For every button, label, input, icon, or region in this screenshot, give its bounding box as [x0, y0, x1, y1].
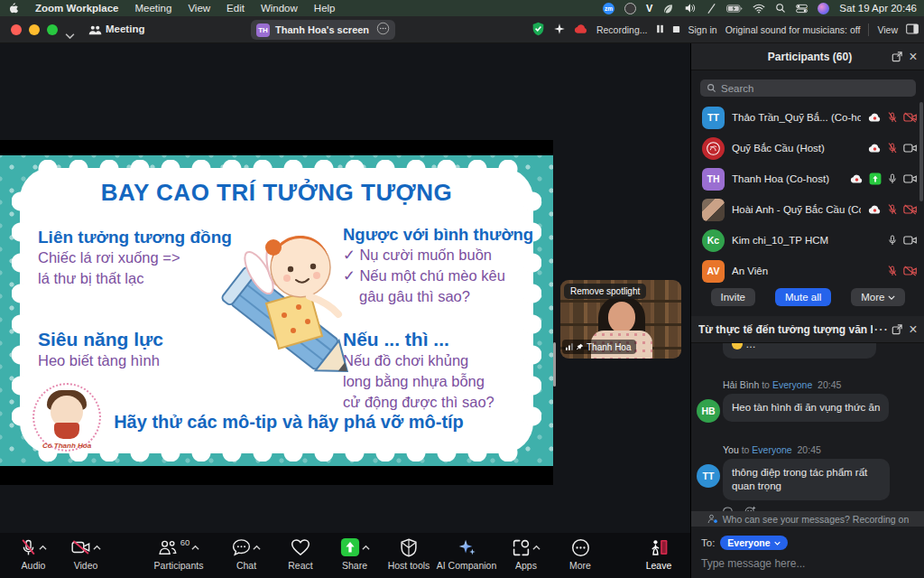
chat-avatar: HB	[697, 399, 720, 423]
chat-message-clipped: …	[723, 343, 876, 359]
chat-messages: … Hải Bình to Everyone 20:45 Heo tàn hìn…	[691, 343, 924, 511]
menu-item-window[interactable]: Window	[253, 3, 306, 14]
view-layout-icon[interactable]	[906, 23, 919, 36]
participant-row[interactable]: Quỹ Bắc Cầu (Host)	[691, 133, 924, 163]
siri-icon[interactable]	[818, 3, 829, 14]
apple-menu-icon[interactable]	[0, 1, 27, 15]
volume-icon[interactable]	[684, 3, 697, 14]
chat-message: Hải Bình to Everyone 20:45 Heo tàn hình …	[723, 379, 889, 422]
video-button[interactable]: Video	[54, 536, 117, 571]
mute-all-button[interactable]: Mute all	[775, 288, 831, 306]
mic-muted-icon	[887, 203, 898, 216]
chat-bubble-icon	[232, 538, 251, 556]
creative-cloud-icon[interactable]	[624, 3, 636, 14]
chat-popout-icon[interactable]	[889, 322, 905, 338]
battery-icon[interactable]	[726, 4, 743, 14]
spotlight-video-thumbnail[interactable]: Remove spotlight Thanh Hoa	[560, 280, 681, 359]
chevron-down-icon	[888, 295, 895, 300]
video-name-label: Thanh Hoa	[562, 340, 636, 354]
search-icon	[707, 83, 716, 93]
menu-item-meeting[interactable]: Meeting	[126, 3, 180, 14]
recipient-selector[interactable]: Everyone	[720, 536, 787, 550]
window-chevron-down-icon[interactable]	[65, 26, 75, 42]
menu-item-zoom-workplace[interactable]: Zoom Workplace	[27, 3, 126, 14]
stop-recording-icon[interactable]	[672, 24, 680, 35]
meeting-toolbar: Audio Video 60 Participants Chat	[0, 533, 690, 578]
chat-more-icon[interactable]: ⋯	[873, 322, 889, 338]
heart-icon	[291, 538, 310, 556]
message-more-icon[interactable]: ⋯	[765, 505, 777, 511]
popout-icon[interactable]	[889, 49, 905, 65]
side-panel: Participants (60) × Search TT Thảo Trần_…	[690, 43, 924, 578]
original-sound-toggle[interactable]: Original sound for musicians: off	[725, 24, 861, 35]
camera-off-icon	[903, 112, 918, 123]
zoom-window-button[interactable]	[47, 24, 58, 35]
ai-sparkle-icon[interactable]	[553, 23, 566, 37]
menu-item-edit[interactable]: Edit	[218, 3, 253, 14]
chat-options-chevron	[253, 544, 261, 552]
mic-muted-icon	[20, 538, 37, 557]
shared-screen-area: BAY CAO TRÍ TƯỞNG TƯỢNG Liên tưởng tương…	[0, 43, 690, 533]
close-participants-icon[interactable]: ×	[905, 49, 921, 65]
presentation-slide: BAY CAO TRÍ TƯỞNG TƯỢNG Liên tưởng tương…	[0, 155, 553, 466]
share-options-chevron	[362, 544, 370, 552]
ai-companion-button[interactable]: AI Companion	[435, 536, 498, 571]
minimize-window-button[interactable]	[29, 24, 40, 35]
tab-title: Thanh Hoa's screen	[275, 24, 371, 35]
sign-in-button[interactable]: Sign in	[688, 24, 717, 35]
recording-cloud-icon[interactable]	[574, 23, 588, 36]
pen-status-icon[interactable]	[707, 3, 716, 14]
host-tools-button[interactable]: Host tools	[377, 536, 440, 571]
mic-muted-icon	[887, 265, 898, 277]
participants-header: Participants (60) ×	[691, 43, 924, 70]
tab-more-icon[interactable]	[376, 22, 390, 39]
titlebar-divider	[868, 23, 869, 36]
invite-button[interactable]: Invite	[711, 288, 756, 306]
mic-on-icon	[887, 172, 898, 185]
participants-more-button[interactable]: More	[851, 288, 905, 306]
participant-row[interactable]: Kc Kim chi_10_TP HCM	[691, 225, 924, 256]
apps-options-chevron	[532, 544, 541, 552]
menu-item-view[interactable]: View	[180, 3, 218, 14]
emoji-icon	[732, 343, 743, 350]
active-tab[interactable]: TH Thanh Hoa's screen	[251, 20, 395, 40]
screen-sharing-icon	[869, 172, 882, 185]
menu-clock[interactable]: Sat 19 Apr 20:46	[839, 3, 917, 14]
participants-count: 60	[180, 537, 190, 547]
search-icon[interactable]	[775, 3, 786, 14]
message-input[interactable]: Type message here...	[701, 557, 805, 570]
leaf-app-icon[interactable]	[662, 3, 674, 14]
participant-row[interactable]: AV An Viên	[691, 256, 924, 286]
recording-cloud-icon	[868, 205, 882, 214]
security-shield-icon[interactable]	[531, 22, 545, 38]
pause-recording-icon[interactable]	[656, 24, 664, 35]
chat-close-icon[interactable]: ×	[905, 322, 921, 338]
avatar: AV	[702, 260, 725, 283]
participants-search-input[interactable]: Search	[700, 79, 916, 97]
menu-item-help[interactable]: Help	[306, 3, 344, 14]
spotlight-pin-icon	[577, 343, 584, 350]
close-window-button[interactable]	[11, 24, 22, 35]
view-button[interactable]: View	[877, 24, 898, 35]
privacy-person-icon	[707, 514, 718, 524]
participant-row[interactable]: Hoài Anh - Quỹ Bắc Cầu (Co-host)	[691, 194, 924, 225]
control-center-icon[interactable]	[796, 4, 808, 14]
wifi-icon[interactable]	[753, 4, 765, 14]
to-label: To:	[701, 537, 715, 548]
remove-spotlight-button[interactable]: Remove spotlight	[564, 284, 646, 299]
v-app-icon[interactable]: V	[646, 3, 652, 14]
chat-privacy-bar[interactable]: Who can see your messages? Recording on	[691, 511, 924, 527]
window-title-bar: Meeting TH Thanh Hoa's screen Recording.…	[0, 16, 924, 43]
chat-header: Từ thực tế đến tưởng tượng văn học ⋯ ×	[691, 316, 924, 343]
participant-row[interactable]: TT Thảo Trần_Quỹ Bắ... (Co-host, me)	[691, 102, 924, 133]
more-button[interactable]: More	[549, 536, 612, 571]
participant-row[interactable]: TH Thanh Hoa (Co-host)	[691, 163, 924, 194]
leave-door-icon	[650, 538, 669, 556]
participants-scrollbar[interactable]	[919, 102, 923, 201]
participants-title: Participants (60)	[731, 51, 889, 63]
leave-button[interactable]: Leave	[627, 536, 690, 571]
participants-button[interactable]: 60 Participants	[147, 536, 210, 571]
search-placeholder: Search	[721, 83, 753, 94]
zoom-status-icon[interactable]: zm	[603, 3, 614, 14]
thumbnail-drag-handle[interactable]	[553, 342, 556, 387]
